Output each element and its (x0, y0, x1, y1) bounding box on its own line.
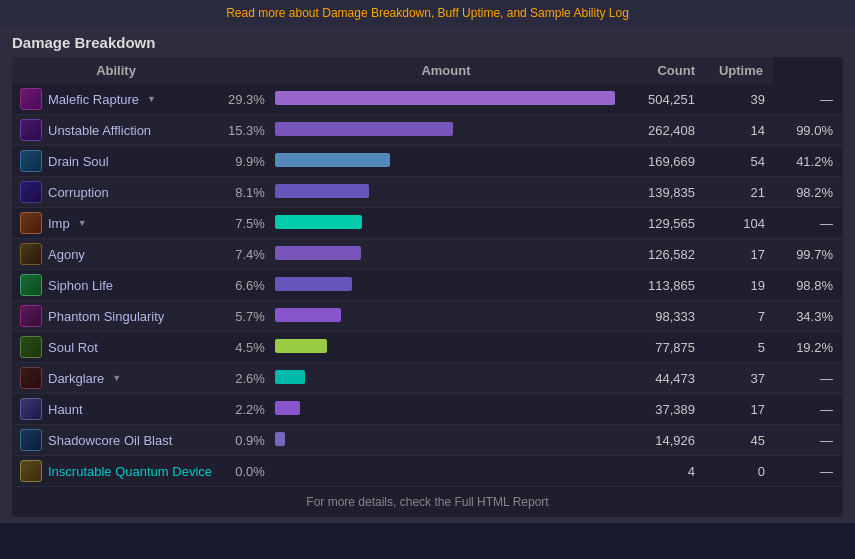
ability-icon (20, 212, 42, 234)
ability-name: Siphon Life (48, 278, 113, 293)
bar-cell (269, 425, 623, 456)
ability-icon (20, 88, 42, 110)
damage-bar (275, 91, 615, 105)
amount-cell: 126,582 (623, 239, 703, 270)
pct-cell: 15.3% (220, 115, 269, 146)
ability-icon (20, 398, 42, 420)
damage-bar (275, 370, 305, 384)
header-pct (220, 57, 269, 84)
uptime-cell: — (773, 363, 843, 394)
uptime-cell: 99.7% (773, 239, 843, 270)
amount-cell: 169,669 (623, 146, 703, 177)
bar-cell (269, 332, 623, 363)
pct-cell: 0.0% (220, 456, 269, 487)
ability-icon (20, 181, 42, 203)
count-cell: 0 (703, 456, 773, 487)
ability-cell: Agony (12, 239, 220, 270)
ability-icon (20, 429, 42, 451)
header-ability: Ability (12, 57, 220, 84)
table-row: Shadowcore Oil Blast0.9%14,92645— (12, 425, 843, 456)
ability-name: Shadowcore Oil Blast (48, 433, 172, 448)
table-header-row: Ability Amount Count Uptime (12, 57, 843, 84)
bar-cell (269, 115, 623, 146)
dropdown-arrow-icon[interactable]: ▼ (78, 218, 87, 228)
bar-cell (269, 394, 623, 425)
bar-cell (269, 208, 623, 239)
pct-cell: 0.9% (220, 425, 269, 456)
amount-cell: 98,333 (623, 301, 703, 332)
ability-cell: Haunt (12, 394, 220, 425)
dropdown-arrow-icon[interactable]: ▼ (112, 373, 121, 383)
uptime-cell: 34.3% (773, 301, 843, 332)
count-cell: 54 (703, 146, 773, 177)
damage-bar (275, 122, 453, 136)
damage-bar (275, 215, 362, 229)
pct-cell: 2.6% (220, 363, 269, 394)
bar-cell (269, 301, 623, 332)
pct-cell: 7.5% (220, 208, 269, 239)
amount-cell: 37,389 (623, 394, 703, 425)
damage-bar (275, 401, 300, 415)
count-cell: 17 (703, 239, 773, 270)
table-row: Haunt2.2%37,38917— (12, 394, 843, 425)
count-cell: 21 (703, 177, 773, 208)
uptime-cell: 98.2% (773, 177, 843, 208)
ability-cell: Darkglare▼ (12, 363, 220, 394)
ability-cell: Soul Rot (12, 332, 220, 363)
uptime-cell: 99.0% (773, 115, 843, 146)
ability-icon (20, 460, 42, 482)
table-row: Soul Rot4.5%77,875519.2% (12, 332, 843, 363)
amount-cell: 139,835 (623, 177, 703, 208)
ability-name[interactable]: Malefic Rapture (48, 92, 139, 107)
table-row: Phantom Singularity5.7%98,333734.3% (12, 301, 843, 332)
bar-cell (269, 177, 623, 208)
uptime-cell: 98.8% (773, 270, 843, 301)
count-cell: 17 (703, 394, 773, 425)
damage-table: Ability Amount Count Uptime Malefic Rapt… (12, 57, 843, 487)
ability-cell: Drain Soul (12, 146, 220, 177)
ability-icon (20, 150, 42, 172)
pct-cell: 5.7% (220, 301, 269, 332)
ability-name: Phantom Singularity (48, 309, 164, 324)
damage-bar (275, 184, 369, 198)
ability-cell: Siphon Life (12, 270, 220, 301)
ability-icon (20, 243, 42, 265)
table-row: Drain Soul9.9%169,6695441.2% (12, 146, 843, 177)
amount-cell: 4 (623, 456, 703, 487)
ability-name[interactable]: Imp (48, 216, 70, 231)
ability-name: Corruption (48, 185, 109, 200)
table-row: Corruption8.1%139,8352198.2% (12, 177, 843, 208)
ability-name[interactable]: Darkglare (48, 371, 104, 386)
damage-bar (275, 153, 390, 167)
damage-bar (275, 246, 361, 260)
amount-cell: 44,473 (623, 363, 703, 394)
header-amount: Amount (269, 57, 623, 84)
bar-cell (269, 239, 623, 270)
ability-cell: Corruption (12, 177, 220, 208)
pct-cell: 6.6% (220, 270, 269, 301)
uptime-cell: — (773, 84, 843, 115)
amount-cell: 129,565 (623, 208, 703, 239)
ability-cell: Inscrutable Quantum Device (12, 456, 220, 487)
bar-cell (269, 363, 623, 394)
table-row: Imp▼7.5%129,565104— (12, 208, 843, 239)
dropdown-arrow-icon[interactable]: ▼ (147, 94, 156, 104)
pct-cell: 7.4% (220, 239, 269, 270)
damage-bar (275, 339, 327, 353)
panel-title: Damage Breakdown (12, 34, 843, 51)
ability-cell: Malefic Rapture▼ (12, 84, 220, 115)
uptime-cell: — (773, 456, 843, 487)
amount-cell: 14,926 (623, 425, 703, 456)
table-row: Inscrutable Quantum Device0.0%40— (12, 456, 843, 487)
table-row: Unstable Affliction15.3%262,4081499.0% (12, 115, 843, 146)
ability-name: Agony (48, 247, 85, 262)
amount-cell: 504,251 (623, 84, 703, 115)
table-container: Ability Amount Count Uptime Malefic Rapt… (12, 57, 843, 517)
damage-bar (275, 277, 352, 291)
ability-icon (20, 274, 42, 296)
top-bar-link[interactable]: Read more about Damage Breakdown, Buff U… (226, 6, 629, 20)
uptime-cell: — (773, 425, 843, 456)
count-cell: 19 (703, 270, 773, 301)
ability-icon (20, 336, 42, 358)
pct-cell: 8.1% (220, 177, 269, 208)
